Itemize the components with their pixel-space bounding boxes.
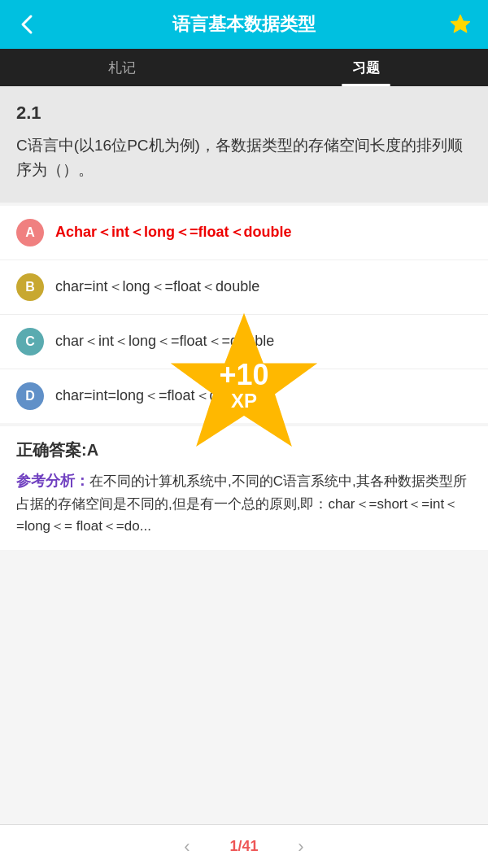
header: 语言基本数据类型 [0, 0, 488, 49]
option-a-text: Achar＜int＜long＜=float＜double [55, 222, 292, 242]
option-d-label: D [16, 382, 44, 410]
answer-section: 正确答案:A 参考分析：在不同的计算机系统中,不同的C语言系统中,其各种数据类型… [0, 426, 488, 550]
analysis-text: 参考分析：在不同的计算机系统中,不同的C语言系统中,其各种数据类型所占据的存储空… [16, 469, 472, 537]
svg-marker-0 [451, 15, 470, 33]
option-b-text: char=int＜long＜=float＜double [55, 277, 259, 297]
tab-exercises[interactable]: 习题 [244, 49, 488, 86]
question-section: 2.1 C语言中(以16位PC机为例)，各数据类型的存储空间长度的排列顺序为（）… [0, 86, 488, 203]
option-b-label: B [16, 273, 44, 301]
option-c-label: C [16, 328, 44, 355]
question-text: C语言中(以16位PC机为例)，各数据类型的存储空间长度的排列顺序为（）。 [16, 133, 472, 183]
tab-bar: 札记 习题 [0, 49, 488, 86]
option-c-text: char＜int＜long＜=float＜=double [55, 331, 274, 351]
option-d[interactable]: D char=int=long＜=float＜double [0, 369, 488, 423]
next-button[interactable]: › [277, 825, 325, 869]
tab-notes[interactable]: 札记 [0, 49, 244, 86]
correct-answer: 正确答案:A [16, 439, 472, 461]
option-a[interactable]: A Achar＜int＜long＜=float＜double [0, 206, 488, 260]
star-button[interactable] [446, 10, 475, 39]
options-section: A Achar＜int＜long＜=float＜double B char=in… [0, 206, 488, 423]
option-d-text: char=int=long＜=float＜double [55, 386, 254, 406]
content-area: 2.1 C语言中(以16位PC机为例)，各数据类型的存储空间长度的排列顺序为（）… [0, 86, 488, 615]
page-indicator: 1/41 [211, 838, 277, 855]
analysis-label: 参考分析： [16, 473, 89, 489]
bottom-navigation: ‹ 1/41 › [0, 824, 488, 868]
option-b[interactable]: B char=int＜long＜=float＜double [0, 260, 488, 315]
option-c[interactable]: C char＜int＜long＜=float＜=double [0, 315, 488, 369]
back-button[interactable] [13, 10, 42, 39]
prev-button[interactable]: ‹ [163, 825, 211, 869]
question-number: 2.1 [16, 103, 472, 124]
option-a-label: A [16, 219, 44, 246]
page-title: 语言基本数据类型 [42, 12, 446, 37]
